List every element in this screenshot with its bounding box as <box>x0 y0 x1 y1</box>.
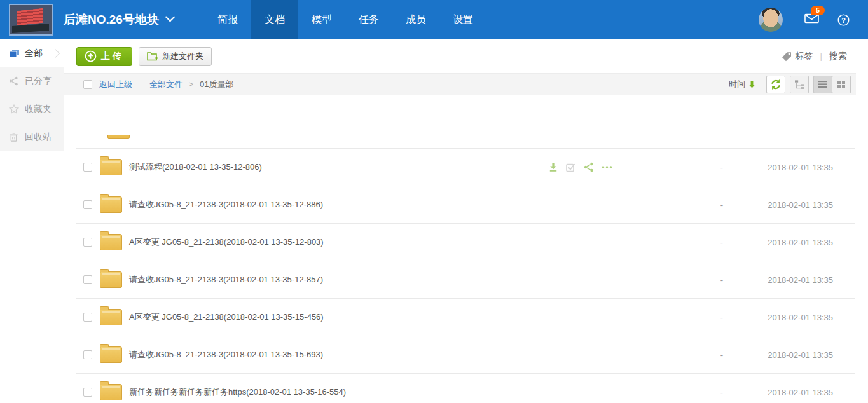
row-checkbox[interactable] <box>83 388 92 397</box>
refresh-icon <box>770 79 782 90</box>
sidebar-item-shared[interactable]: 已分享 <box>0 67 64 95</box>
row-checkbox[interactable] <box>83 350 92 359</box>
content-area: 上 传 新建文件夹 标签 | 搜索 <box>64 39 868 403</box>
file-name[interactable]: A区变更 JG05-8_21-2138(2018-02-01 13-35-15-… <box>129 311 324 323</box>
file-row[interactable]: A区变更 JG05-8_21-2138(2018-02-01 13-35-15-… <box>76 299 855 336</box>
nav-tab-documents[interactable]: 文档 <box>251 0 298 39</box>
upload-icon <box>85 50 97 62</box>
file-size: - <box>715 350 728 360</box>
svg-text:?: ? <box>841 16 846 24</box>
row-checkbox[interactable] <box>83 200 92 209</box>
share-icon[interactable] <box>584 162 594 172</box>
file-size: - <box>715 163 728 172</box>
sort-desc-arrow-icon <box>748 81 755 88</box>
folder-icon <box>100 271 122 288</box>
folder-icon <box>107 135 130 139</box>
row-checkbox[interactable] <box>83 238 92 247</box>
list-view-icon <box>818 81 827 88</box>
sidebar-item-recycle[interactable]: 回收站 <box>0 123 64 151</box>
sidebar-item-label: 收藏夹 <box>25 104 52 115</box>
folder-plus-icon <box>147 51 158 61</box>
project-logo[interactable] <box>9 4 53 36</box>
trash-icon <box>9 132 20 142</box>
tag-label: 标签 <box>796 51 813 62</box>
row-checkbox[interactable] <box>83 163 92 172</box>
grid-view-button[interactable] <box>832 76 851 93</box>
user-avatar[interactable] <box>759 8 783 32</box>
file-size: - <box>715 275 728 285</box>
share-icon <box>9 76 20 86</box>
file-date: 2018-02-01 13:35 <box>768 388 833 397</box>
row-checkbox[interactable] <box>83 313 92 322</box>
app-window: 后滩NO.26号地块 简报文档模型任务成员设置 5 ? <box>0 0 868 403</box>
file-list: 测试流程(2018-02-01 13-35-12-806) - <box>76 135 855 403</box>
sidebar-item-all[interactable]: 全部 <box>0 39 64 67</box>
sort-by-time-control[interactable]: 时间 <box>729 79 755 90</box>
file-row[interactable]: 测试流程(2018-02-01 13-35-12-806) - <box>76 149 855 186</box>
tag-icon <box>782 51 792 62</box>
file-name[interactable]: A区变更 JG05-8_21-2138(2018-02-01 13-35-12-… <box>129 236 324 248</box>
help-button[interactable]: ? <box>837 14 850 26</box>
nav-tab-models[interactable]: 模型 <box>298 0 345 39</box>
new-folder-button-label: 新建文件夹 <box>162 51 203 62</box>
project-title-dropdown[interactable]: 后滩NO.26号地块 <box>64 11 174 28</box>
folder-icon <box>100 234 122 250</box>
sidebar: 全部 已分享 收藏夹 <box>0 39 64 403</box>
toolbar-right: 标签 | 搜索 <box>782 51 847 62</box>
breadcrumb-bar: 返回上级 全部文件 > 01质量部 时间 <box>64 73 856 95</box>
file-name[interactable]: 测试流程(2018-02-01 13-35-12-806) <box>129 161 262 173</box>
toolbar: 上 传 新建文件夹 标签 | 搜索 <box>64 39 868 73</box>
search-label: 搜索 <box>829 51 847 62</box>
tree-view-button[interactable] <box>790 76 809 93</box>
file-row-clipped[interactable] <box>76 135 855 149</box>
nav-tab-tasks[interactable]: 任务 <box>345 0 392 39</box>
select-all-checkbox[interactable] <box>83 80 92 89</box>
upload-button[interactable]: 上 传 <box>76 47 132 66</box>
notifications-button[interactable]: 5 <box>804 13 820 26</box>
back-up-link[interactable]: 返回上级 <box>99 79 132 90</box>
main-nav: 简报文档模型任务成员设置 <box>204 0 486 39</box>
file-row[interactable]: 请查收JG05-8_21-2138-3(2018-02-01 13-35-12-… <box>76 261 855 299</box>
nav-tab-members[interactable]: 成员 <box>392 0 439 39</box>
file-date: 2018-02-01 13:35 <box>768 350 833 360</box>
row-checkbox[interactable] <box>83 275 92 284</box>
file-row[interactable]: 请查收JG05-8_21-2138-3(2018-02-01 13-35-12-… <box>76 186 855 224</box>
sidebar-item-favorites[interactable]: 收藏夹 <box>0 95 64 123</box>
file-name[interactable]: 请查收JG05-8_21-2138-3(2018-02-01 13-35-12-… <box>129 199 323 210</box>
notification-badge: 5 <box>811 6 825 15</box>
folder-icon <box>100 346 122 363</box>
chevron-down-icon <box>165 11 176 22</box>
list-view-button[interactable] <box>813 76 832 93</box>
tree-view-icon <box>794 79 805 89</box>
tag-button[interactable]: 标签 <box>782 51 813 62</box>
file-row[interactable]: 新任务新任务新任务新任务https(2018-02-01 13-35-16-55… <box>76 374 855 403</box>
file-row[interactable]: 请查收JG05-8_21-2138-3(2018-02-01 13-35-15-… <box>76 336 855 374</box>
file-date: 2018-02-01 13:35 <box>768 200 833 210</box>
file-name[interactable]: 新任务新任务新任务新任务https(2018-02-01 13-35-16-55… <box>129 386 346 398</box>
file-name[interactable]: 请查收JG05-8_21-2138-3(2018-02-01 13-35-12-… <box>129 274 323 285</box>
file-row[interactable]: A区变更 JG05-8_21-2138(2018-02-01 13-35-12-… <box>76 224 855 261</box>
question-icon: ? <box>837 14 850 26</box>
file-date: 2018-02-01 13:35 <box>768 163 833 172</box>
topbar-right: 5 ? <box>759 0 850 39</box>
file-date: 2018-02-01 13:35 <box>768 313 833 322</box>
upload-button-label: 上 传 <box>101 51 121 62</box>
download-icon[interactable] <box>548 162 558 172</box>
file-size: - <box>715 388 728 397</box>
sidebar-item-label: 全部 <box>25 48 43 59</box>
search-button[interactable]: 搜索 <box>829 51 847 62</box>
nav-tab-settings[interactable]: 设置 <box>439 0 486 39</box>
refresh-button[interactable] <box>766 76 785 93</box>
sidebar-item-label: 已分享 <box>25 76 52 87</box>
breadcrumb-current-folder: 01质量部 <box>200 79 233 90</box>
more-actions-icon[interactable] <box>602 162 612 172</box>
grid-view-icon <box>837 81 845 88</box>
breadcrumb-root[interactable]: 全部文件 <box>149 79 183 90</box>
new-folder-button[interactable]: 新建文件夹 <box>139 47 212 66</box>
file-name[interactable]: 请查收JG05-8_21-2138-3(2018-02-01 13-35-15-… <box>129 349 323 360</box>
nav-tab-briefing[interactable]: 简报 <box>204 0 251 39</box>
file-date: 2018-02-01 13:35 <box>768 275 833 285</box>
folder-icon <box>100 384 122 400</box>
sidebar-item-label: 回收站 <box>25 132 52 143</box>
check-square-icon[interactable] <box>566 162 576 172</box>
